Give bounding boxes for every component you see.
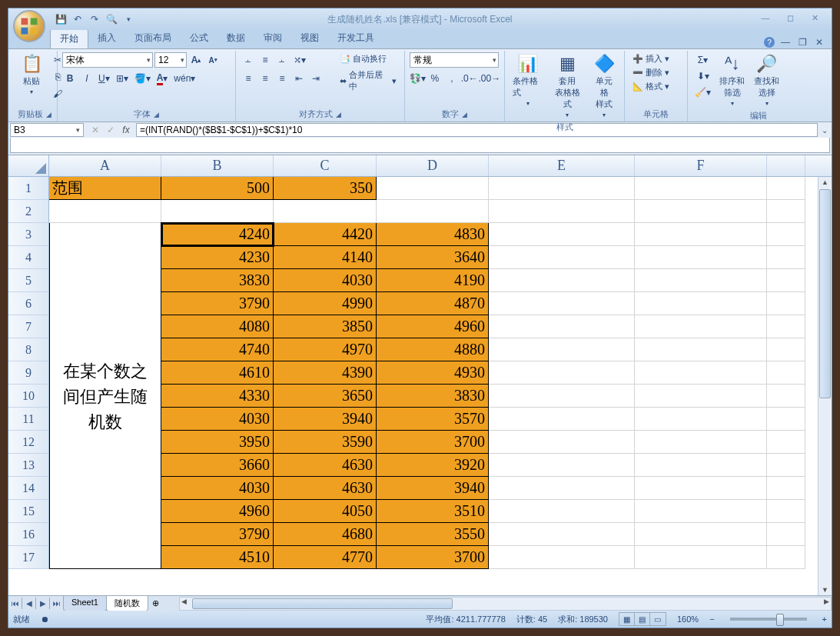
cell[interactable] [767, 200, 805, 223]
cell[interactable]: 3640 [377, 246, 489, 269]
cell[interactable]: 范围 [49, 177, 161, 200]
cell[interactable]: 4740 [161, 338, 274, 361]
row-header[interactable]: 16 [8, 523, 49, 546]
cell[interactable] [635, 546, 767, 569]
cell[interactable] [635, 408, 767, 431]
cell[interactable] [49, 454, 161, 477]
row-header[interactable]: 15 [8, 500, 49, 523]
cell[interactable]: 3550 [377, 523, 489, 546]
cell[interactable] [767, 523, 805, 546]
clear-icon[interactable]: 🧹▾ [692, 85, 713, 100]
cell[interactable] [377, 200, 489, 223]
cell[interactable] [635, 177, 767, 200]
cell[interactable] [767, 315, 805, 338]
fill-color-icon[interactable]: 🪣▾ [132, 71, 153, 86]
delete-cells-button[interactable]: ➖删除▾ [629, 66, 672, 79]
insert-function-icon[interactable]: fx [119, 125, 133, 135]
qat-more-icon[interactable]: ▾ [121, 12, 136, 27]
cell[interactable] [49, 315, 161, 338]
cell[interactable]: 4610 [161, 361, 274, 385]
cell[interactable]: 3510 [377, 500, 489, 523]
cell[interactable] [635, 477, 767, 500]
underline-icon[interactable]: U▾ [96, 71, 112, 86]
cell[interactable] [635, 500, 767, 523]
italic-icon[interactable]: I [79, 71, 95, 86]
align-middle-icon[interactable]: ≡ [257, 52, 273, 68]
next-sheet-icon[interactable]: ▶ [36, 598, 50, 609]
cell[interactable] [489, 177, 635, 200]
cell[interactable]: 3700 [377, 546, 489, 569]
tab-审阅[interactable]: 审阅 [254, 28, 291, 48]
phonetic-icon[interactable]: wén▾ [171, 71, 198, 86]
cell[interactable]: 4990 [274, 292, 377, 315]
cell[interactable] [489, 546, 635, 569]
cell[interactable] [49, 361, 161, 385]
vertical-scrollbar[interactable] [818, 177, 832, 595]
cell[interactable]: 4960 [161, 500, 274, 523]
cell[interactable]: 4330 [161, 385, 274, 408]
cell[interactable] [635, 269, 767, 292]
fill-icon[interactable]: ⬇▾ [692, 68, 713, 84]
tab-公式[interactable]: 公式 [181, 28, 217, 48]
font-size-combo[interactable]: 12 [154, 52, 187, 68]
row-header[interactable]: 14 [8, 477, 49, 500]
autosum-icon[interactable]: Σ▾ [692, 52, 713, 68]
cell[interactable] [489, 500, 635, 523]
first-sheet-icon[interactable]: ⏮ [8, 598, 22, 609]
sheet-tab[interactable]: Sheet1 [63, 596, 107, 611]
tab-开始[interactable]: 开始 [50, 28, 88, 48]
cell[interactable] [489, 292, 635, 315]
cell[interactable]: 4870 [377, 292, 489, 315]
row-header[interactable]: 1 [8, 177, 49, 200]
cell[interactable] [489, 269, 635, 292]
cell[interactable] [635, 200, 767, 223]
zoom-level[interactable]: 160% [677, 614, 699, 624]
cell[interactable] [767, 246, 805, 269]
conditional-format-button[interactable]: 📊条件格式▾ [510, 52, 546, 108]
cell[interactable] [767, 292, 805, 315]
zoom-out-icon[interactable]: − [709, 614, 714, 624]
cell[interactable] [767, 454, 805, 477]
cell[interactable] [635, 223, 767, 246]
increase-decimal-icon[interactable]: .0← [461, 71, 478, 86]
cell[interactable]: 3830 [161, 269, 274, 292]
row-header[interactable]: 5 [8, 269, 49, 292]
cell[interactable]: 3790 [161, 292, 274, 315]
cell[interactable]: 3940 [377, 477, 489, 500]
cell[interactable] [49, 223, 161, 246]
cell[interactable]: 4190 [377, 269, 489, 292]
comma-icon[interactable]: , [444, 71, 460, 86]
cell[interactable] [635, 246, 767, 269]
cell[interactable] [489, 246, 635, 269]
cell[interactable] [635, 292, 767, 315]
formula-input[interactable]: =(INT(RAND()*($B$1-$C$1))+$C$1)*10 [136, 123, 818, 137]
insert-cells-button[interactable]: ➕插入▾ [629, 52, 672, 65]
cell[interactable] [767, 477, 805, 500]
border-icon[interactable]: ⊞▾ [114, 71, 131, 86]
cell[interactable]: 3850 [274, 315, 377, 338]
cell[interactable] [489, 223, 635, 246]
column-header[interactable]: A [49, 155, 161, 176]
cell[interactable] [49, 477, 161, 500]
tab-页面布局[interactable]: 页面布局 [125, 28, 181, 48]
column-header[interactable]: D [377, 155, 489, 176]
cell[interactable]: 4930 [377, 361, 489, 385]
number-format-combo[interactable]: 常规 [410, 52, 499, 68]
select-all-corner[interactable] [8, 155, 49, 176]
cell[interactable]: 4030 [161, 477, 274, 500]
increase-indent-icon[interactable]: ⇥ [308, 71, 324, 86]
cell[interactable]: 4030 [161, 408, 274, 431]
cell[interactable] [767, 338, 805, 361]
font-name-combo[interactable]: 宋体 [62, 52, 153, 68]
cell[interactable] [635, 315, 767, 338]
row-header[interactable]: 10 [8, 385, 49, 408]
dialog-launcher-icon[interactable]: ◢ [336, 111, 341, 118]
format-table-button[interactable]: ▦套用 表格格式▾ [549, 52, 586, 120]
close-button[interactable]: ✕ [805, 13, 824, 25]
cell[interactable] [767, 177, 805, 200]
cell[interactable] [49, 246, 161, 269]
sort-filter-button[interactable]: ᴬ↓排序和 筛选▾ [716, 52, 748, 108]
row-header[interactable]: 7 [8, 315, 49, 338]
cell[interactable] [377, 177, 489, 200]
row-header[interactable]: 6 [8, 292, 49, 315]
